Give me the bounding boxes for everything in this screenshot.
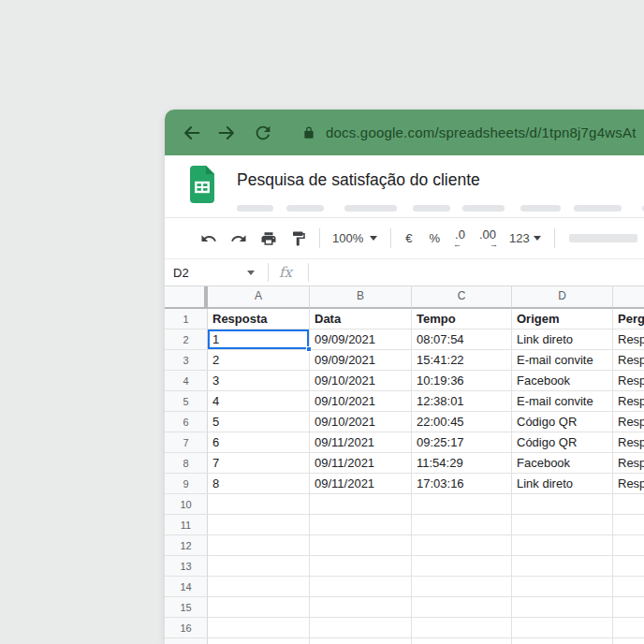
percent-format-button[interactable]: % [429,231,440,245]
cell-filler[interactable] [412,638,512,644]
row-header[interactable]: 2 [165,329,208,350]
cell-D3[interactable]: E-mail convite [512,350,613,371]
cell-D10[interactable] [512,494,613,515]
cell-B12[interactable] [310,535,412,556]
cell-A13[interactable] [208,556,310,577]
cell-B11[interactable] [310,515,412,535]
row-header[interactable]: 5 [165,391,208,412]
row-header[interactable]: 1 [165,309,208,329]
row-header[interactable]: 3 [165,350,208,371]
increase-decimal-button[interactable]: .00 → [479,228,496,249]
cell-C6[interactable]: 22:00:45 [412,412,512,432]
cell-C15[interactable] [412,597,512,618]
cell-C11[interactable] [412,515,512,535]
cell-B16[interactable] [310,618,412,638]
cell-C16[interactable] [412,618,512,638]
cell-A12[interactable] [208,535,310,556]
cell-E6[interactable]: Resp [613,412,644,432]
cell-E14[interactable] [613,577,644,597]
cell-D16[interactable] [512,618,613,638]
cell-B3[interactable]: 09/09/2021 [310,350,412,371]
menu-item-placeholder[interactable] [413,205,450,212]
cell-B15[interactable] [310,597,412,618]
forward-arrow-icon[interactable] [216,123,237,143]
cell-D1[interactable]: Origem [512,309,613,329]
paint-format-icon[interactable] [290,230,307,247]
row-header[interactable]: 8 [165,453,208,474]
cell-E13[interactable] [613,556,644,577]
cell-E12[interactable] [613,535,644,556]
cell-C4[interactable]: 10:19:36 [412,371,512,391]
cell-filler[interactable] [208,638,310,644]
cell-B5[interactable]: 09/10/2021 [310,391,412,412]
cell-D2[interactable]: Link direto [512,329,613,350]
cell-C3[interactable]: 15:41:22 [412,350,512,371]
cell-D7[interactable]: Código QR [512,432,613,453]
cell-B7[interactable]: 09/11/2021 [310,432,412,453]
row-header[interactable] [165,638,208,644]
zoom-select[interactable]: 100% [332,231,363,245]
column-header-D[interactable]: D [512,286,613,309]
row-header[interactable]: 15 [165,597,208,618]
doc-title[interactable]: Pesquisa de satisfação do cliente [237,170,480,190]
cell-E1[interactable]: Perg [613,309,644,329]
cell-C5[interactable]: 12:38:01 [412,391,512,412]
cell-D14[interactable] [512,577,613,597]
cell-A11[interactable] [208,515,310,535]
cell-C13[interactable] [412,556,512,577]
cell-D6[interactable]: Código QR [512,412,613,432]
cell-D9[interactable]: Link direto [512,474,613,494]
cell-A14[interactable] [208,577,310,597]
cell-E5[interactable]: Resp [613,391,644,412]
cell-D13[interactable] [512,556,613,577]
cell-E15[interactable] [613,597,644,618]
column-header-B[interactable]: B [310,286,412,309]
cell-E7[interactable]: Resp [613,432,644,453]
cell-E11[interactable] [613,515,644,535]
chevron-down-icon[interactable] [370,236,377,241]
cell-A1[interactable]: Resposta [208,309,310,329]
cell-D8[interactable]: Facebook [512,453,613,474]
cell-E8[interactable]: Resp [613,453,644,474]
cell-A3[interactable]: 2 [208,350,310,371]
cell-E3[interactable]: Resp [613,350,644,371]
row-header[interactable]: 12 [165,535,208,556]
cell-C14[interactable] [412,577,512,597]
cell-B14[interactable] [310,577,412,597]
column-header-C[interactable]: C [412,286,512,309]
chevron-down-icon[interactable] [534,236,541,241]
cell-A16[interactable] [208,618,310,638]
cell-A5[interactable]: 4 [208,391,310,412]
cell-D12[interactable] [512,535,613,556]
currency-format-button[interactable]: € [405,231,412,245]
cell-E16[interactable] [613,618,644,638]
cell-C9[interactable]: 17:03:16 [412,474,512,494]
menu-item-placeholder[interactable] [574,205,622,212]
cell-C7[interactable]: 09:25:17 [412,432,512,453]
cell-A9[interactable]: 8 [208,474,310,494]
undo-icon[interactable] [200,230,217,247]
cell-D5[interactable]: E-mail convite [512,391,613,412]
cell-A8[interactable]: 7 [208,453,310,474]
cell-B1[interactable]: Data [310,309,412,329]
cell-D11[interactable] [512,515,613,535]
cell-filler[interactable] [310,638,412,644]
cell-C8[interactable]: 11:54:29 [412,453,512,474]
cell-A7[interactable]: 6 [208,432,310,453]
cell-C10[interactable] [412,494,512,515]
cell-B6[interactable]: 09/10/2021 [310,412,412,432]
chevron-down-icon[interactable] [247,271,255,275]
decrease-decimal-button[interactable]: .0 ← [455,228,465,249]
cell-E10[interactable] [613,494,644,515]
row-header[interactable]: 4 [165,371,208,391]
row-header[interactable]: 13 [165,556,208,577]
row-header[interactable]: 10 [165,494,208,515]
cell-A4[interactable]: 3 [208,371,310,391]
cell-A2[interactable]: 1 [208,329,310,350]
refresh-icon[interactable] [253,123,273,143]
cell-A15[interactable] [208,597,310,618]
formula-input[interactable] [309,259,644,285]
column-header-E[interactable]: E [613,286,644,309]
cell-filler[interactable] [512,638,613,644]
menu-item-placeholder[interactable] [462,205,505,212]
